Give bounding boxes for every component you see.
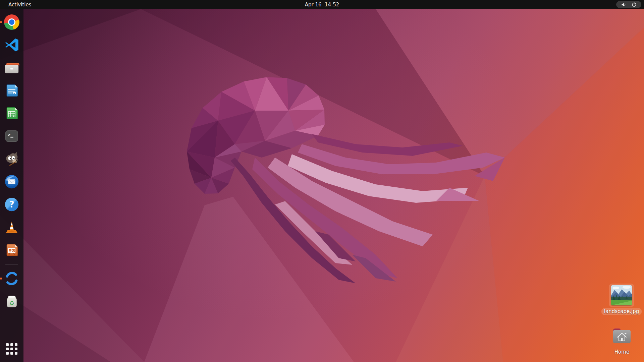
show-apps-grid-icon — [6, 343, 17, 355]
gnome-top-bar: Activities Apr 16 14:52 — [0, 0, 644, 9]
libreoffice-calc-icon — [4, 106, 19, 121]
dock-separator — [5, 264, 18, 264]
help-icon: ? — [4, 197, 19, 212]
wallpaper-facets — [0, 9, 644, 362]
system-status-menu[interactable] — [616, 1, 641, 8]
icon-plate — [609, 324, 635, 348]
dock-item-thunderbird[interactable] — [3, 173, 20, 190]
dock-item-impress[interactable] — [3, 241, 20, 259]
google-chrome-icon — [4, 14, 19, 30]
dock-item-terminal[interactable]: > — [3, 127, 20, 145]
jellyfish-wallpaper — [0, 9, 644, 362]
desktop-icon-home[interactable]: Home — [601, 324, 643, 356]
dock-item-calc[interactable] — [3, 105, 20, 122]
home-folder-icon — [611, 326, 632, 345]
libreoffice-impress-icon — [4, 243, 19, 257]
dock-item-trash[interactable]: ♻ — [3, 293, 20, 310]
icon-selection-highlight — [609, 284, 634, 307]
image-thumbnail — [611, 285, 632, 305]
desktop-icon-landscape-jpg[interactable]: landscape.jpg — [600, 284, 643, 315]
dock-item-writer[interactable] — [3, 82, 20, 99]
volume-icon — [621, 2, 626, 7]
ubuntu-dock: > — [0, 9, 23, 362]
running-indicator — [0, 21, 2, 23]
running-indicator — [0, 278, 2, 280]
clock-calendar-button[interactable]: Apr 16 14:52 — [302, 1, 343, 8]
files-icon — [4, 60, 19, 75]
dock-item-help[interactable]: ? — [3, 196, 20, 213]
show-apps-button[interactable] — [3, 340, 20, 358]
desktop-icon-label: Home — [612, 349, 632, 356]
svg-text:>: > — [8, 132, 11, 137]
dock-item-chrome[interactable] — [3, 13, 20, 31]
terminal-icon: > — [4, 128, 19, 144]
dock-item-gimp[interactable] — [3, 150, 20, 168]
thunderbird-icon — [4, 174, 19, 189]
activities-button[interactable]: Activities — [6, 1, 34, 8]
dock-item-software-updater[interactable] — [3, 270, 20, 287]
svg-text:?: ? — [9, 199, 14, 209]
software-updater-icon — [4, 271, 19, 286]
power-icon — [632, 2, 637, 7]
desktop-icon-label: landscape.jpg — [601, 308, 642, 315]
svg-text:♻: ♻ — [9, 300, 14, 306]
dock-item-files[interactable] — [3, 59, 20, 76]
dock-item-vscode[interactable] — [3, 36, 20, 54]
libreoffice-writer-icon — [4, 83, 19, 98]
desktop-surface[interactable]: landscape.jpg — [0, 9, 644, 362]
ubuntu-desktop-screen: landscape.jpg — [0, 0, 644, 362]
vscode-icon — [4, 37, 19, 53]
dock-item-vlc[interactable] — [3, 219, 20, 236]
trash-icon: ♻ — [4, 294, 19, 309]
gimp-icon — [4, 151, 19, 167]
vlc-icon — [4, 220, 19, 235]
